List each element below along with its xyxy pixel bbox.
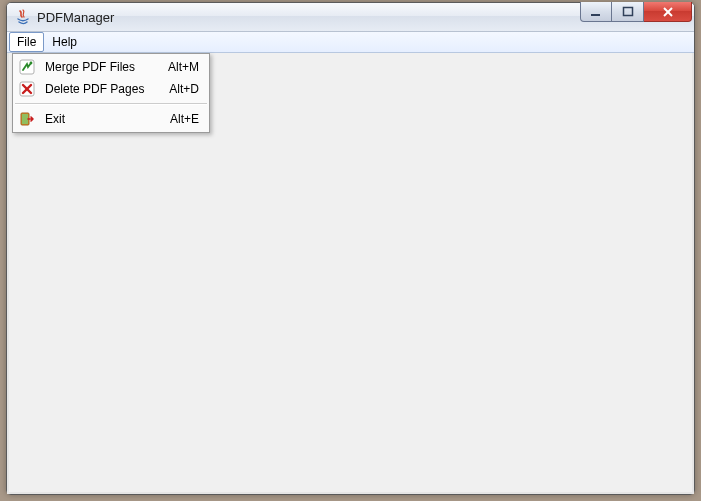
client-area: Merge PDF Files Alt+M Delete PDF Pages A…	[7, 53, 694, 494]
minimize-icon	[590, 6, 602, 18]
file-menu-dropdown: Merge PDF Files Alt+M Delete PDF Pages A…	[12, 53, 210, 133]
menu-help[interactable]: Help	[44, 32, 85, 52]
svg-rect-1	[623, 7, 632, 15]
menu-item-accel: Alt+E	[170, 112, 199, 126]
exit-icon	[19, 111, 35, 127]
window-title: PDFManager	[37, 10, 114, 25]
maximize-icon	[622, 6, 634, 18]
close-icon	[661, 6, 675, 18]
menu-bar: File Help	[7, 32, 694, 53]
svg-point-5	[30, 62, 33, 65]
delete-icon	[19, 81, 35, 97]
maximize-button[interactable]	[612, 2, 644, 22]
java-app-icon	[15, 9, 31, 25]
svg-rect-10	[22, 114, 28, 124]
title-bar[interactable]: PDFManager	[7, 3, 694, 32]
menu-item-delete-pdf-pages[interactable]: Delete PDF Pages Alt+D	[13, 78, 209, 100]
close-button[interactable]	[644, 2, 692, 22]
menu-item-label: Merge PDF Files	[45, 60, 154, 74]
application-window: PDFManager File Help	[6, 2, 695, 495]
svg-rect-0	[591, 14, 600, 16]
merge-icon	[19, 59, 35, 75]
menu-item-accel: Alt+D	[169, 82, 199, 96]
window-controls	[580, 2, 692, 22]
menu-item-exit[interactable]: Exit Alt+E	[13, 108, 209, 130]
menu-file[interactable]: File	[9, 32, 44, 52]
menu-item-merge-pdf[interactable]: Merge PDF Files Alt+M	[13, 56, 209, 78]
menu-item-label: Exit	[45, 112, 156, 126]
menu-item-accel: Alt+M	[168, 60, 199, 74]
minimize-button[interactable]	[580, 2, 612, 22]
menu-separator	[15, 103, 207, 105]
menu-item-label: Delete PDF Pages	[45, 82, 155, 96]
